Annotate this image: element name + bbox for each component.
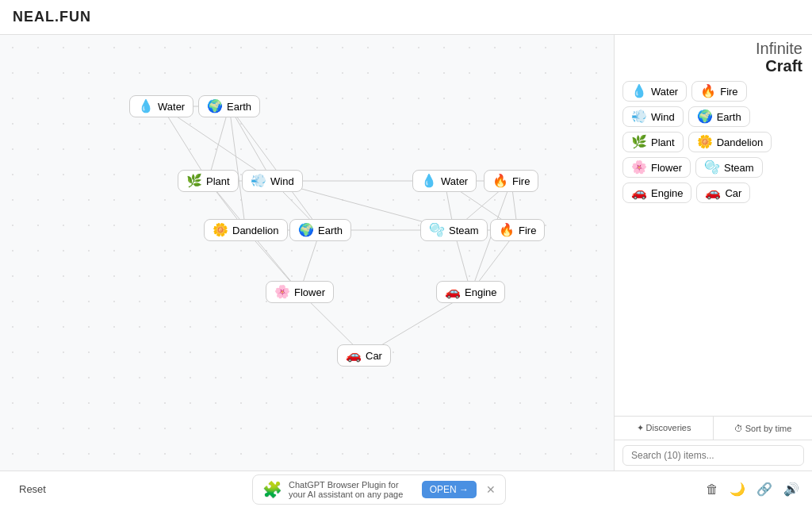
- sidebar-item-s-earth[interactable]: 🌍Earth: [688, 106, 750, 127]
- canvas-element-water2[interactable]: 💧Water: [412, 170, 477, 192]
- header: NEAL.FUN: [0, 0, 812, 35]
- canvas-element-plant1[interactable]: 🌿Plant: [178, 170, 239, 192]
- canvas-element-car1[interactable]: 🚗Car: [337, 344, 391, 367]
- sidebar-item-s-dandelion[interactable]: 🌼Dandelion: [688, 132, 772, 152]
- ad-banner: 🧩 ChatGPT Browser Plugin for your AI ass…: [252, 474, 506, 505]
- discoveries-button[interactable]: ✦ Discoveries: [615, 417, 714, 440]
- canvas-element-wind1[interactable]: 💨Wind: [242, 170, 303, 192]
- sidebar-item-s-water[interactable]: 💧Water: [622, 81, 687, 102]
- svg-line-6: [229, 106, 246, 230]
- sidebar-item-s-car[interactable]: 🚗Car: [696, 182, 750, 203]
- ad-close-button[interactable]: ✕: [486, 483, 496, 496]
- canvas-element-dandelion1[interactable]: 🌼Dandelion: [204, 219, 288, 241]
- ad-icon: 🧩: [262, 480, 282, 499]
- canvas-element-earth2[interactable]: 🌍Earth: [289, 219, 351, 241]
- share-icon[interactable]: 🔗: [756, 482, 772, 497]
- sidebar-item-s-wind[interactable]: 💨Wind: [622, 106, 684, 127]
- sidebar-items-container: 💧Water🔥Fire💨Wind🌍Earth🌿Plant🌼Dandelion🌸F…: [615, 76, 812, 416]
- sidebar-bottom: ✦ Discoveries ⏱ Sort by time: [615, 416, 812, 471]
- canvas-element-steam1[interactable]: 🫧Steam: [420, 219, 488, 241]
- brand-header: Infinite Craft: [615, 35, 812, 76]
- sidebar-item-s-steam[interactable]: 🫧Steam: [695, 157, 763, 178]
- sidebar-item-s-fire[interactable]: 🔥Fire: [691, 81, 746, 102]
- trash-icon[interactable]: 🗑: [706, 482, 718, 497]
- sidebar-item-s-plant[interactable]: 🌿Plant: [622, 132, 684, 152]
- volume-icon[interactable]: 🔊: [783, 482, 799, 497]
- footer-actions: 🗑 🌙 🔗 🔊: [706, 482, 799, 497]
- connections-svg: [0, 35, 614, 471]
- sidebar: Infinite Craft 💧Water🔥Fire💨Wind🌍Earth🌿Pl…: [614, 35, 812, 471]
- ad-text: ChatGPT Browser Plugin for your AI assis…: [289, 480, 416, 499]
- canvas-element-earth1[interactable]: 🌍Earth: [198, 95, 260, 117]
- canvas-area[interactable]: 💧Water🌍Earth🌿Plant💨Wind💧Water🔥Fire🌼Dande…: [0, 35, 614, 471]
- sidebar-controls: ✦ Discoveries ⏱ Sort by time: [615, 417, 812, 440]
- footer: Reset 🧩 ChatGPT Browser Plugin for your …: [0, 471, 812, 507]
- search-input[interactable]: [622, 445, 804, 466]
- svg-line-5: [229, 106, 320, 230]
- reset-button[interactable]: Reset: [13, 480, 52, 498]
- sidebar-item-s-engine[interactable]: 🚗Engine: [622, 182, 691, 203]
- main-layout: 💧Water🌍Earth🌿Plant💨Wind💧Water🔥Fire🌼Dande…: [0, 35, 812, 471]
- canvas-element-fire1[interactable]: 🔥Fire: [484, 170, 538, 192]
- canvas-element-flower1[interactable]: 🌸Flower: [266, 281, 334, 303]
- canvas-element-fire2[interactable]: 🔥Fire: [490, 219, 545, 241]
- logo: NEAL.FUN: [13, 9, 91, 25]
- ad-open-button[interactable]: OPEN →: [422, 481, 477, 498]
- sort-button[interactable]: ⏱ Sort by time: [714, 417, 812, 440]
- canvas-element-water1[interactable]: 💧Water: [129, 95, 193, 117]
- sidebar-search: [615, 440, 812, 471]
- canvas-element-engine1[interactable]: 🚗Engine: [436, 281, 505, 303]
- brand-text: Infinite Craft: [756, 40, 802, 75]
- moon-icon[interactable]: 🌙: [730, 482, 745, 497]
- sidebar-item-s-flower[interactable]: 🌸Flower: [622, 157, 691, 178]
